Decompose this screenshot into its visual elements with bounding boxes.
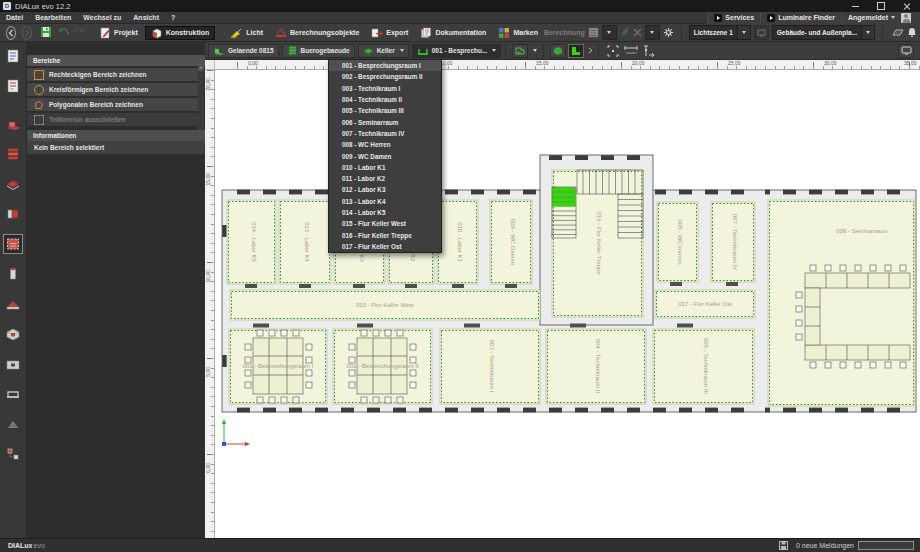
account-button[interactable]: Angemeldet [841,12,920,24]
room-option[interactable]: 011 - Labor K2 [329,173,441,184]
svg-text:013 - Labor K4: 013 - Labor K4 [304,222,310,262]
storey-edit-tool[interactable] [3,204,23,224]
room-option[interactable]: 010 - Labor K1 [329,162,441,173]
room-option[interactable]: 003 - Technikraum I [329,83,441,94]
cancel-options-dropdown[interactable] [645,25,660,40]
undo-button[interactable] [57,27,70,38]
room-outline-dropdown[interactable] [530,44,539,58]
progress-bar [858,541,914,550]
room-option[interactable]: 016 - Flur Keller Treppe [329,229,441,240]
panel-scrollbar[interactable]: + [198,63,204,133]
documentation-icon [420,27,432,39]
measure-vertical-button[interactable] [641,44,657,58]
mode-licht[interactable]: Licht [225,26,268,40]
cancel-calculation-icon[interactable] [633,28,642,38]
building-button[interactable]: Buerogebaeude [282,44,355,58]
mode-marken[interactable]: Marken [493,26,543,40]
material-tool[interactable] [3,414,23,434]
luminaire-finder-button[interactable]: Luminaire Finder [760,12,841,24]
room-option[interactable]: 005 - Technikraum III [329,105,441,116]
calculation-options-dropdown[interactable] [602,25,617,40]
export-plan-tool[interactable] [3,76,23,96]
cutout-tool[interactable] [3,354,23,374]
measure-horizontal-button[interactable] [623,44,639,58]
planning-scope-select[interactable]: Gebäude- und Außenpla... [772,25,875,40]
zoom-fit-icon [607,45,619,57]
mode-konstruktion[interactable]: Konstruktion [145,26,216,40]
messages-label[interactable]: 0 neue Meldungen [796,542,854,549]
room-select[interactable]: 001 - Besprechu... [412,44,502,58]
floor-plan[interactable]: 014 - Labor K5 013 - Labor K4 012 - Labo… [205,60,920,538]
area-tool[interactable] [3,234,23,254]
room-option[interactable]: 012 - Labor K3 [329,184,441,195]
room-option[interactable]: 014 - Labor K5 [329,207,441,218]
close-button[interactable] [894,0,920,12]
mode-export[interactable]: Export [366,26,413,40]
room-option[interactable]: 017 - Flur Keller Ost [329,241,441,252]
room-outline-tool[interactable] [512,44,528,58]
settings-gear-icon[interactable] [663,27,674,39]
autosave-icon [779,541,788,551]
ruler-corner [205,60,215,70]
room-option[interactable]: 007 - Technikraum IV [329,128,441,139]
light-scene-select[interactable]: Lichtszene 1 [689,25,751,40]
cad-canvas[interactable]: 014 - Labor K5 013 - Labor K4 012 - Labo… [205,60,920,538]
storey-select[interactable]: Keller [358,44,409,58]
save-button[interactable] [40,26,52,39]
room-option[interactable]: 013 - Labor K4 [329,196,441,207]
menu-datei[interactable]: Datei [0,12,29,24]
ground-plane-icon[interactable] [890,28,904,38]
services-button[interactable]: Services [707,12,760,24]
mode-berechnungsobjekte[interactable]: Berechnungsobjekte [270,26,364,40]
draw-circle-area-button[interactable]: Kreisförmigen Bereich zeichnen [27,83,198,96]
room-option[interactable]: 009 - WC Damen [329,150,441,161]
construction-toolstrip [0,42,27,538]
scroll-up-icon[interactable]: + [198,63,204,71]
berechnung-label: Berechnung [544,29,585,36]
view-more-button[interactable] [586,44,594,58]
room-option[interactable]: 015 - Flur Keller West [329,218,441,229]
storey-tool[interactable] [3,174,23,194]
room-option[interactable]: 004 - Technikraum II [329,94,441,105]
forward-button[interactable] [22,26,32,40]
building-tool[interactable] [3,144,23,164]
view-3d-button[interactable] [550,44,566,58]
mode-dokumentation[interactable]: Dokumentation [415,26,491,40]
maximize-button[interactable] [868,0,894,12]
minimize-button[interactable] [842,0,868,12]
draw-rect-area-button[interactable]: Rechteckigen Bereich zeichnen [27,68,198,81]
notifications-bell-icon[interactable] [907,27,917,39]
start-calculation-icon[interactable] [620,27,630,38]
furniture-tool[interactable] [3,384,23,404]
redo-icon [72,27,85,37]
ceiling-tool[interactable] [3,324,23,344]
back-button[interactable] [6,26,16,40]
room-option[interactable]: 002 - Besprechungsraum II [329,71,441,82]
app-icon: D [3,2,11,10]
redo-button[interactable] [72,27,85,38]
scene-display-button[interactable] [754,25,769,40]
view-settings-button[interactable] [898,44,914,58]
monitor-icon [901,46,912,55]
view-plan-button[interactable] [568,44,584,58]
draw-polygon-area-button[interactable]: Polygonalen Bereich zeichnen [27,98,198,111]
site-tool[interactable] [3,114,23,134]
zoom-fit-button[interactable] [605,44,621,58]
room-option[interactable]: 006 - Seminarraum [329,116,441,127]
room-dropdown-list: 001 - Besprechungsraum I 002 - Besprechu… [328,59,442,253]
site-button[interactable]: Gelaende 0815 [208,44,279,58]
assessment-zone-tool[interactable] [3,444,23,464]
menu-wechsel-zu[interactable]: Wechsel zu [77,12,127,24]
maximize-icon [877,2,885,10]
column-tool[interactable] [3,264,23,284]
menu-ansicht[interactable]: Ansicht [127,12,165,24]
close-icon [903,2,911,10]
import-plan-tool[interactable] [3,46,23,66]
mode-projekt[interactable]: Projekt [94,26,143,40]
menu-bearbeiten[interactable]: Bearbeiten [29,12,77,24]
room-option[interactable]: 008 - WC Herren [329,139,441,150]
roof-tool[interactable] [3,294,23,314]
room-option[interactable]: 001 - Besprechungsraum I [329,60,441,71]
menu-help[interactable]: ? [165,12,181,24]
calculation-icon[interactable] [588,27,599,39]
